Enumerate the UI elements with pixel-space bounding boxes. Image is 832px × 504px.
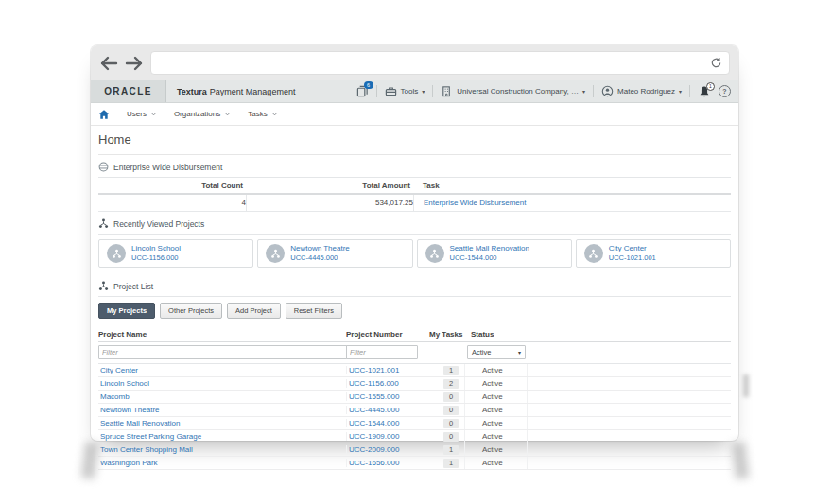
nav-menu-item[interactable]: Tasks [248,110,277,118]
sitemap-icon [112,249,122,259]
column-project-number: Project Number [346,330,418,339]
nav-menu-item[interactable]: Organizations [174,110,231,118]
tasks-count-badge: 6 [364,81,373,89]
sitemap-icon [270,249,281,259]
status-value: Active [465,417,528,429]
project-number-link[interactable]: UCC-1555.000 [349,392,399,401]
chevron-down-icon: ▾ [518,350,521,356]
project-card-number[interactable]: UCC-1021.001 [609,253,656,262]
url-input[interactable] [150,51,730,75]
project-name-filter-input[interactable] [98,345,348,359]
project-name-link[interactable]: Town Center Shopping Mall [100,445,193,454]
table-row: Seattle Mall Renovation UCC-1544.000 0 A… [98,417,731,430]
project-list-button[interactable]: Add Project [227,303,281,319]
project-card-name[interactable]: Seattle Mall Renovation [450,244,530,253]
project-avatar [107,244,126,263]
status-value: Active [465,377,528,390]
disbursement-table-header: Total Count Total Amount Task [98,178,731,195]
project-name-link[interactable]: Spruce Street Parking Garage [100,432,201,441]
chevron-down-icon: ▾ [582,89,585,95]
status-value: Active [465,404,528,416]
column-my-tasks: My Tasks [418,330,465,339]
project-list-button[interactable]: My Projects [98,303,155,319]
table-row: City Center UCC-1021.001 1 Active [98,364,731,377]
total-amount-value: 534,017.25 [246,195,413,211]
project-card-name[interactable]: City Center [609,244,656,253]
project-card-number[interactable]: UCC-1156.000 [131,253,181,262]
column-status: Status [465,330,528,339]
project-number-link[interactable]: UCC-1021.001 [349,366,399,374]
project-number-link[interactable]: UCC-4445.000 [349,406,399,414]
status-value: Active [465,443,528,456]
nav-menu-list: Users Organizations Tasks [127,110,278,118]
browser-toolbar [91,45,738,80]
project-name-link[interactable]: Macomb [100,392,130,401]
project-name-link[interactable]: Newtown Theatre [100,406,160,414]
project-card-number[interactable]: UCC-4445.000 [290,253,350,262]
section-disbursement-title: Enterprise Wide Disbursement [113,163,222,172]
forward-icon[interactable] [125,56,144,71]
status-filter-value: Active [472,348,491,356]
project-avatar [584,244,603,263]
chevron-down-icon: ▾ [679,89,682,95]
header-divider [376,85,377,97]
project-name-link[interactable]: Lincoln School [100,379,149,388]
project-name-link[interactable]: Seattle Mall Renovation [100,419,181,427]
status-filter-select[interactable]: Active ▾ [467,345,526,359]
project-name-link[interactable]: City Center [100,366,138,374]
home-icon[interactable] [98,109,110,120]
project-number-link[interactable]: UCC-1156.000 [349,379,399,388]
section-disbursement-header: Enterprise Wide Disbursement [98,155,731,178]
organization-icon [441,85,453,97]
project-number-link[interactable]: UCC-1909.000 [349,432,399,441]
project-card[interactable]: Newtown Theatre UCC-4445.000 [257,239,412,268]
project-card-name[interactable]: Newtown Theatre [290,244,350,253]
nav-menu-label: Tasks [248,110,267,118]
table-row: Spruce Street Parking Garage UCC-1909.00… [98,430,731,443]
project-table-filter-row: Active ▾ [98,342,731,364]
project-list-buttons: My Projects Other Projects Add Project R… [98,303,731,319]
disbursement-row: 4 534,017.25 Enterprise Wide Disbursemen… [98,195,731,212]
table-row: Lincoln School UCC-1156.000 2 Active [98,377,731,391]
sitemap-icon [98,218,109,229]
project-card[interactable]: Lincoln School UCC-1156.000 [98,239,253,268]
nav-menu-item[interactable]: Users [127,110,157,118]
chevron-down-icon [150,112,157,116]
table-row: Macomb UCC-1555.000 0 Active [98,391,731,404]
project-card-name[interactable]: Lincoln School [131,244,181,253]
status-value: Active [465,364,528,376]
column-task: Task [413,182,731,190]
sitemap-icon [98,281,109,291]
table-row: Newtown Theatre UCC-4445.000 0 Active [98,404,731,417]
project-card[interactable]: City Center UCC-1021.001 [576,239,731,268]
back-icon[interactable] [99,56,118,71]
table-row: Washington Park UCC-1656.000 1 Active [98,457,731,470]
help-icon[interactable]: ? [719,85,731,97]
column-total-amount: Total Amount [246,182,413,190]
globe-icon [98,162,109,172]
main-nav: Users Organizations Tasks [91,103,738,126]
project-name-link[interactable]: Washington Park [100,459,158,467]
reload-icon[interactable] [710,57,722,69]
user-menu[interactable]: Mateo Rodriguez ▾ [601,85,682,97]
project-number-link[interactable]: UCC-1656.000 [349,459,399,467]
company-menu[interactable]: Universal Construction Company, … ▾ [441,85,585,97]
disbursement-task-link[interactable]: Enterprise Wide Disbursement [424,199,526,207]
recent-projects-cards: Lincoln School UCC-1156.000 [98,235,731,274]
my-tasks-count-badge: 0 [443,432,459,442]
total-count-value: 4 [98,195,246,211]
toolbox-icon [385,85,397,97]
project-card-number[interactable]: UCC-1544.000 [450,253,530,262]
tools-menu[interactable]: Tools ▾ [385,85,425,97]
notifications-button[interactable]: 1 [698,85,711,98]
project-list-button[interactable]: Other Projects [160,303,222,319]
pending-tasks-button[interactable]: 6 [356,85,369,97]
project-number-link[interactable]: UCC-1544.000 [349,419,399,427]
project-list-button[interactable]: Reset Filters [286,303,342,319]
notification-count-badge: 1 [706,82,715,91]
my-tasks-count-badge: 0 [443,419,459,428]
project-number-filter-input[interactable] [346,345,418,359]
project-card[interactable]: Seattle Mall Renovation UCC-1544.000 [417,239,572,268]
project-number-link[interactable]: UCC-2009.000 [349,445,399,454]
product-title-rest: Payment Management [210,87,296,96]
